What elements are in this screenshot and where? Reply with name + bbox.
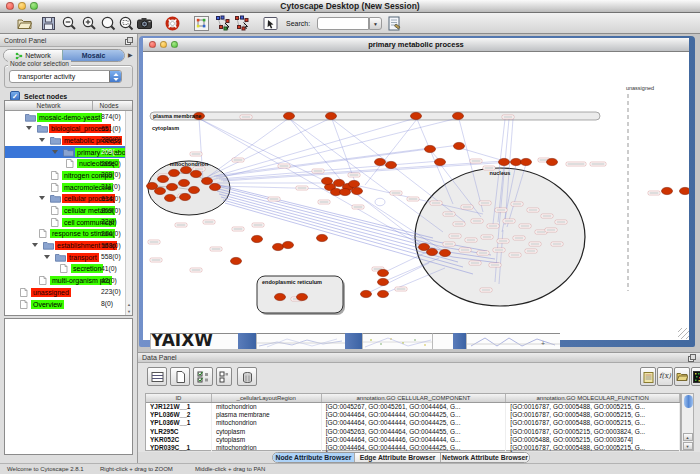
tab-network-attribute-browser[interactable]: Network Attribute Browser — [441, 453, 529, 462]
table-cell[interactable]: cytoplasm — [212, 436, 322, 444]
table-row[interactable]: YPL036W__2plasma membrane[GO:0044464, GO… — [146, 411, 680, 419]
table-row[interactable]: YDR039C__1mitochondrion[GO:0044464, GO:0… — [146, 444, 680, 452]
graph-node[interactable] — [297, 293, 308, 300]
tree-column-network[interactable]: Network — [5, 101, 93, 110]
float-data-panel-icon[interactable] — [688, 354, 696, 362]
table-cell[interactable]: [GO:0044464, GO:0044446, GO:0044444, G..… — [322, 436, 507, 444]
graph-node[interactable] — [202, 177, 213, 184]
tree-row[interactable]: cellular metabol209(0) — [5, 205, 125, 217]
search-input[interactable] — [317, 17, 369, 30]
scrollbar-thumb[interactable] — [684, 395, 693, 408]
plasma-membrane-region[interactable] — [150, 112, 600, 120]
table-cell[interactable]: [GO:0005488, GO:0005215, GO:0003674] — [506, 436, 680, 444]
attribute-table-button[interactable] — [147, 367, 167, 386]
save-icon[interactable] — [40, 15, 57, 32]
network-canvas[interactable]: plasma membranecytoplasmmitochondrionnuc… — [143, 52, 689, 339]
table-cell[interactable]: mitochondrion — [212, 419, 322, 427]
table-cell[interactable]: mitochondrion — [212, 444, 322, 452]
table-cell[interactable]: YPL036W__2 — [146, 411, 212, 419]
graph-node[interactable] — [326, 112, 337, 119]
graph-node[interactable] — [511, 158, 522, 165]
graph-node[interactable] — [275, 293, 286, 300]
table-cell[interactable]: mitochondrion — [212, 403, 322, 411]
tree-row[interactable]: biological_process651(0) — [5, 123, 125, 135]
tree-scrollbar[interactable]: ▲ ▼ — [125, 111, 132, 315]
table-cell[interactable]: YKR052C — [146, 436, 212, 444]
table-cell[interactable]: [GO:0016787, GO:0005488, GO:0005215, G..… — [506, 411, 680, 419]
graph-node[interactable] — [252, 235, 263, 242]
graph-node[interactable] — [680, 187, 690, 194]
function-builder-button[interactable]: f(x) — [657, 367, 673, 386]
graph-node[interactable] — [547, 158, 558, 165]
table-scroll-up-icon[interactable]: ▲ — [683, 433, 693, 441]
table-cell[interactable]: YLR295C — [146, 428, 212, 436]
graph-node[interactable] — [191, 170, 202, 177]
graph-edge[interactable] — [365, 119, 417, 185]
graph-node[interactable] — [165, 194, 176, 201]
nucleus-region[interactable] — [415, 168, 585, 306]
graph-node[interactable] — [361, 290, 372, 297]
graph-node[interactable] — [386, 161, 397, 168]
tree-expander-icon[interactable] — [32, 243, 38, 247]
tab-edge-attribute-browser[interactable]: Edge Attribute Browser — [355, 453, 441, 462]
table-cell[interactable]: YPL036W__1 — [146, 419, 212, 427]
tree-row[interactable]: mosaic-demo-yeast874(0) — [5, 111, 125, 123]
graph-node[interactable] — [378, 290, 389, 297]
search-dropdown-arrow[interactable]: ▼ — [369, 17, 382, 30]
graph-node[interactable] — [181, 166, 192, 173]
zoom-in-icon[interactable] — [81, 15, 98, 32]
layout-circular-icon[interactable] — [234, 15, 251, 32]
graph-node[interactable] — [180, 193, 191, 200]
table-scroll-down-icon[interactable]: ▼ — [683, 442, 693, 450]
table-cell[interactable]: [GO:0044464, GO:0044444, GO:0044425, G..… — [322, 419, 507, 427]
import-attributes-button[interactable] — [674, 367, 690, 386]
table-cell[interactable]: [GO:0045263, GO:0044464, GO:0044455, G..… — [322, 428, 507, 436]
graph-node[interactable] — [453, 112, 464, 119]
column-cellular-component[interactable]: annotation.GO CELLULAR_COMPONENT — [322, 394, 507, 402]
column-id[interactable]: ID — [146, 394, 212, 402]
scroll-up-icon[interactable]: ▲ — [127, 302, 132, 307]
table-row[interactable]: YKR052Ccytoplasm[GO:0044464, GO:0044446,… — [146, 436, 680, 444]
tree-expander-icon[interactable] — [26, 126, 32, 130]
graph-node[interactable] — [440, 249, 451, 256]
table-cell[interactable]: YJR121W__1 — [146, 403, 212, 411]
table-scrollbar[interactable]: ▲ ▼ — [681, 393, 694, 451]
tree-row[interactable]: unassigned223(0) — [5, 286, 125, 298]
network-zoom-button[interactable] — [171, 41, 178, 48]
graph-node[interactable] — [499, 158, 510, 165]
delete-attribute-button[interactable] — [237, 367, 257, 386]
tree-column-nodes[interactable]: Nodes — [93, 101, 125, 110]
tab-scroll-right-icon[interactable]: ▶ — [128, 51, 133, 58]
graph-edge[interactable] — [290, 119, 443, 232]
tree-row[interactable]: cellular process614(0) — [5, 193, 125, 205]
graph-node[interactable] — [454, 142, 465, 149]
graph-node[interactable] — [167, 183, 178, 190]
tree-row[interactable]: primary metabo209(... — [5, 146, 125, 158]
graph-edge[interactable] — [460, 148, 501, 160]
graph-node[interactable] — [378, 278, 389, 285]
tree-expander-icon[interactable] — [39, 196, 45, 200]
tab-mosaic[interactable]: Mosaic — [62, 50, 124, 61]
annotation-icon[interactable] — [262, 15, 279, 32]
network-window-titlebar[interactable]: primary metabolic process — [143, 38, 689, 52]
graph-self-loop[interactable] — [375, 198, 385, 206]
open-folder-icon[interactable] — [16, 15, 33, 32]
graph-node[interactable] — [210, 183, 221, 190]
tree-row[interactable]: Overview8(0) — [5, 298, 125, 310]
float-panel-icon[interactable] — [125, 37, 133, 45]
tree-expander-icon[interactable] — [52, 150, 58, 154]
table-row[interactable]: YLR295Ccytoplasm[GO:0045263, GO:0044464,… — [146, 428, 680, 436]
column-region[interactable]: _cellularLayoutRegion — [212, 394, 322, 402]
new-attribute-button[interactable] — [170, 367, 190, 386]
graph-node[interactable] — [231, 257, 242, 264]
graph-node[interactable] — [375, 158, 386, 165]
import-annotation-icon[interactable] — [386, 15, 403, 32]
zoom-out-icon[interactable] — [61, 15, 78, 32]
unselect-attributes-button[interactable] — [216, 367, 232, 386]
table-row[interactable]: YJR121W__1mitochondrion[GO:0045267, GO:0… — [146, 403, 680, 411]
graph-node[interactable] — [284, 112, 295, 119]
tree-row[interactable]: metabolic process280(0) — [5, 134, 125, 146]
graph-node[interactable] — [155, 187, 166, 194]
table-cell[interactable]: [GO:0044464, GO:0044444, GO:0044425, G..… — [322, 444, 507, 452]
network-view-window[interactable]: primary metabolic process plasma membran… — [139, 36, 695, 347]
